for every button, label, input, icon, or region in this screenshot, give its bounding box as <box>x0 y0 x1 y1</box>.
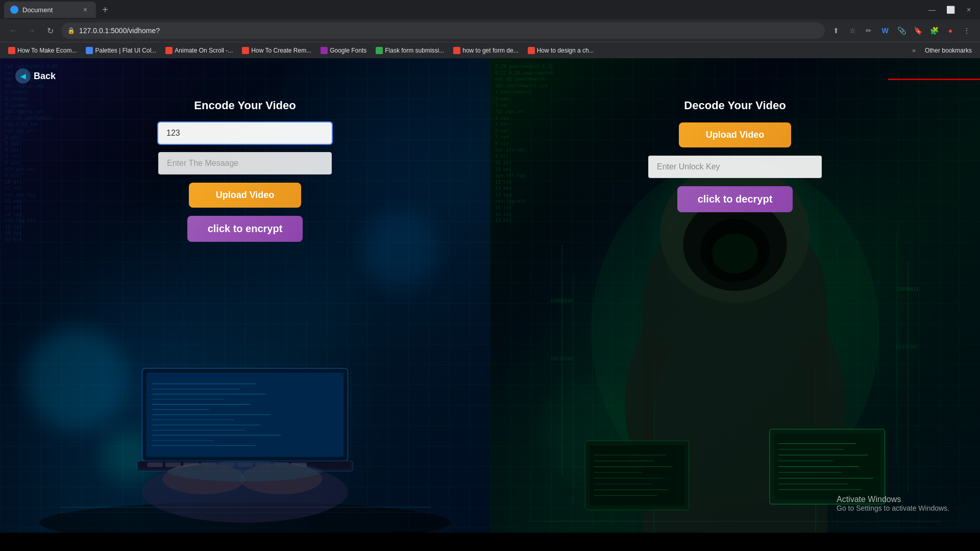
extension-button-1[interactable]: W <box>878 23 892 38</box>
bookmark-icon-4 <box>321 47 328 54</box>
tab-title: Document <box>22 6 77 14</box>
red-accent-border <box>888 79 980 80</box>
svg-rect-23 <box>237 462 253 467</box>
svg-text:01001010: 01001010 <box>551 298 573 303</box>
encode-panel: ip4 iphthyasis 0.45 rst 12 0.gsfhk nyl 4… <box>0 58 490 533</box>
maximize-button[interactable]: ⬜ <box>943 3 958 17</box>
extensions-puzzle-button[interactable]: 🧩 <box>927 23 941 38</box>
profile-button[interactable]: ● <box>943 23 958 38</box>
svg-rect-38 <box>770 429 885 504</box>
encode-key-input[interactable] <box>158 122 332 144</box>
activate-windows-title: Activate Windows <box>837 495 949 504</box>
bookmark-star-button[interactable]: ☆ <box>845 23 860 38</box>
refresh-button[interactable]: ↻ <box>43 23 57 38</box>
cyan-glow-2 <box>362 211 439 288</box>
decode-upload-button[interactable]: Upload Video <box>679 122 791 147</box>
other-bookmarks-label: Other bookmarks <box>925 47 972 54</box>
svg-text:11010011: 11010011 <box>896 287 918 292</box>
svg-point-37 <box>712 233 758 273</box>
svg-rect-1 <box>137 461 353 471</box>
pen-button[interactable]: ✏ <box>862 23 876 38</box>
bookmark-label-1: Palettes | Flat UI Col... <box>95 47 156 54</box>
extension-button-2[interactable]: 📎 <box>894 23 909 38</box>
bookmarks-more-button[interactable]: » <box>908 47 920 54</box>
svg-rect-39 <box>774 434 880 499</box>
svg-point-30 <box>168 461 322 481</box>
lock-icon: 🔒 <box>67 27 75 34</box>
svg-point-35 <box>683 198 787 291</box>
forward-nav-button[interactable]: → <box>24 23 39 38</box>
encrypt-button[interactable]: click to encrypt <box>187 216 303 242</box>
bookmark-icon-7 <box>528 47 535 54</box>
close-window-button[interactable]: × <box>962 3 976 17</box>
bookmark-item-0[interactable]: How To Make Ecom... <box>4 44 81 57</box>
tab-favicon: 🌐 <box>10 6 18 14</box>
bookmark-icon-2 <box>165 47 173 54</box>
svg-rect-22 <box>219 462 235 467</box>
page-content: ip4 iphthyasis 0.45 rst 12 0.gsfhk nyl 4… <box>0 58 980 533</box>
svg-rect-50 <box>590 445 684 505</box>
browser-chrome: 🌐 Document × + — ⬜ × ← → ↻ 🔒 127.0.0.1:5… <box>0 0 980 58</box>
bookmark-item-7[interactable]: How to design a ch... <box>524 44 598 57</box>
encode-upload-button[interactable]: Upload Video <box>189 183 301 208</box>
svg-text:10110100: 10110100 <box>551 356 573 361</box>
minimize-button[interactable]: — <box>925 3 939 17</box>
svg-rect-24 <box>255 462 271 467</box>
bookmark-item-2[interactable]: Animate On Scroll -... <box>161 44 237 57</box>
decrypt-button[interactable]: click to decrypt <box>677 186 793 212</box>
address-bar[interactable]: 🔒 127.0.0.1:5000/vidhome? <box>61 22 825 39</box>
bookmark-item-5[interactable]: Flask form submissi... <box>372 44 448 57</box>
bookmark-label-2: Animate On Scroll -... <box>175 47 233 54</box>
svg-rect-21 <box>201 462 216 467</box>
back-icon: ◀ <box>15 68 31 84</box>
svg-rect-26 <box>291 462 307 467</box>
cyan-glow-3 <box>102 431 153 482</box>
encode-title: Encode Your Video <box>194 99 296 112</box>
bookmark-item-6[interactable]: how to get form de... <box>449 44 522 57</box>
encode-section: Encode Your Video Upload Video click to … <box>158 99 332 242</box>
unlock-key-input[interactable] <box>648 156 822 178</box>
toolbar-actions: ⬆ ☆ ✏ W 📎 🔖 🧩 ● ⋮ <box>829 23 974 38</box>
svg-rect-49 <box>585 440 689 510</box>
svg-point-29 <box>142 461 348 522</box>
svg-point-27 <box>163 463 245 494</box>
decode-panel: 0.28 searchmatch 8.31 0.27 0.28 searchma… <box>490 58 980 533</box>
svg-text:01101001: 01101001 <box>896 344 918 349</box>
extension-button-3[interactable]: 🔖 <box>911 23 925 38</box>
back-nav-button[interactable]: ← <box>6 23 20 38</box>
svg-point-36 <box>700 219 770 282</box>
svg-rect-3 <box>146 372 344 457</box>
browser-tab[interactable]: 🌐 Document × <box>4 2 96 18</box>
laptop-person-visual <box>0 224 490 533</box>
svg-rect-25 <box>273 462 288 467</box>
bookmark-icon-5 <box>376 47 383 54</box>
svg-point-28 <box>240 463 322 494</box>
other-bookmarks[interactable]: Other bookmarks <box>921 44 976 57</box>
back-label: Back <box>34 71 56 82</box>
activate-windows-subtitle: Go to Settings to activate Windows. <box>837 504 949 512</box>
svg-rect-19 <box>165 462 181 467</box>
bookmark-label-0: How To Make Ecom... <box>17 47 77 54</box>
back-button[interactable]: ◀ Back <box>15 68 56 84</box>
bookmark-label-5: Flask form submissi... <box>385 47 444 54</box>
decode-title: Decode Your Video <box>684 99 786 112</box>
svg-rect-2 <box>142 368 348 461</box>
bookmarks-bar: How To Make Ecom... Palettes | Flat UI C… <box>0 42 980 58</box>
svg-rect-17 <box>139 461 350 468</box>
bookmark-label-6: how to get form de... <box>462 47 518 54</box>
bookmark-item-3[interactable]: How To Create Rem... <box>238 44 315 57</box>
svg-point-0 <box>39 502 451 533</box>
svg-rect-20 <box>183 462 199 467</box>
green-glow-2 <box>541 380 643 482</box>
encode-message-input[interactable] <box>158 152 332 174</box>
bookmark-item-4[interactable]: Google Fonts <box>316 44 371 57</box>
url-text: 127.0.0.1:5000/vidhome? <box>79 27 819 35</box>
share-button[interactable]: ⬆ <box>829 23 843 38</box>
tab-close-button[interactable]: × <box>81 5 90 14</box>
new-tab-button[interactable]: + <box>98 3 112 17</box>
bookmark-item-1[interactable]: Palettes | Flat UI Col... <box>82 44 160 57</box>
bookmark-icon-0 <box>8 47 15 54</box>
browser-menu-button[interactable]: ⋮ <box>960 23 974 38</box>
bookmark-label-3: How To Create Rem... <box>251 47 311 54</box>
cyan-glow-1 <box>26 329 128 431</box>
